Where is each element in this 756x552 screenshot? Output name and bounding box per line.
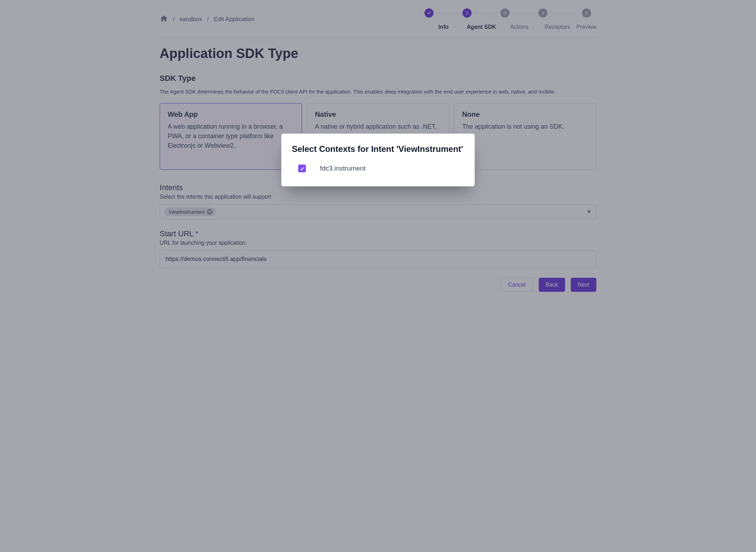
context-option-row[interactable]: fdc3.instrument [292, 165, 464, 172]
modal-overlay[interactable]: Select Contexts for Intent 'ViewInstrume… [0, 0, 756, 300]
context-label: fdc3.instrument [320, 165, 366, 172]
context-checkbox[interactable] [298, 165, 306, 172]
modal-title: Select Contexts for Intent 'ViewInstrume… [292, 144, 464, 154]
select-contexts-modal: Select Contexts for Intent 'ViewInstrume… [281, 134, 475, 186]
